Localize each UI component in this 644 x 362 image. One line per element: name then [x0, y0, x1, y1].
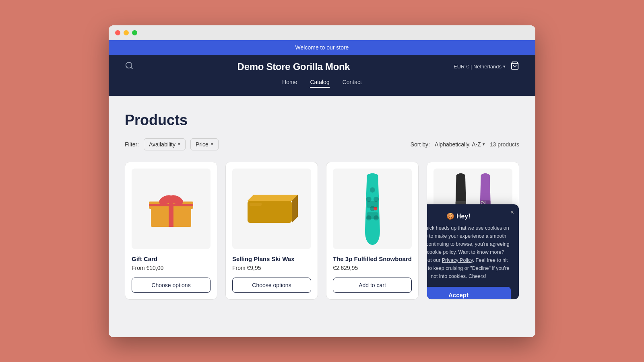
svg-point-14	[370, 187, 375, 193]
product-image-ski-wax	[232, 169, 311, 249]
cookie-close-button[interactable]: ×	[510, 209, 514, 216]
store-wrapper: Welcome to our store Demo Store Gorilla …	[109, 40, 535, 337]
browser-chrome	[109, 25, 535, 40]
announcement-bar: Welcome to our store	[109, 40, 535, 55]
currency-selector[interactable]: EUR € | Netherlands ▾	[454, 64, 506, 70]
product-card-gift-card: Gift Card From €10,00 Choose options	[125, 162, 217, 300]
chevron-icon: ▾	[178, 142, 180, 147]
currency-label: EUR € | Netherlands	[454, 64, 502, 70]
nav-contact[interactable]: Contact	[343, 79, 362, 88]
product-price-ski-wax: From €9,95	[232, 265, 311, 271]
sort-selector[interactable]: Alphabetically, A-Z ▾	[435, 141, 485, 148]
cookie-emoji: 🍪	[446, 213, 454, 220]
traffic-light-yellow[interactable]	[124, 30, 129, 35]
browser-window: Welcome to our store Demo Store Gorilla …	[109, 25, 535, 337]
chevron-down-icon: ▾	[483, 142, 485, 147]
svg-marker-11	[248, 195, 298, 201]
chevron-icon: ▾	[211, 142, 213, 147]
product-name-snowboard-3p: The 3p Fulfilled Snowboard	[333, 255, 412, 262]
price-filter[interactable]: Price ▾	[190, 138, 219, 150]
traffic-light-red[interactable]	[115, 30, 120, 35]
svg-point-9	[168, 197, 174, 204]
products-count: 13 products	[490, 141, 519, 148]
filter-label: Filter:	[125, 141, 139, 148]
nav-home[interactable]: Home	[282, 79, 297, 88]
svg-point-0	[126, 62, 132, 68]
header-top: Demo Store Gorilla Monk EUR € | Netherla…	[125, 61, 519, 72]
add-to-cart-snowboard-3p[interactable]: Add to cart	[333, 278, 412, 293]
cookie-hey-label: 🍪 Hey!	[427, 212, 511, 220]
product-name-ski-wax: Selling Plans Ski Wax	[232, 255, 311, 262]
svg-rect-21	[367, 201, 378, 208]
product-image-snowboard-3p	[333, 169, 412, 249]
svg-point-16	[374, 197, 379, 202]
product-card-snowboard-3p: The 3p Fulfilled Snowboard €2.629,95 Add…	[326, 162, 419, 300]
product-price-snowboard-3p: €2.629,95	[333, 265, 412, 271]
filter-bar: Filter: Availability ▾ Price ▾ Sort by: …	[125, 138, 519, 150]
svg-point-15	[366, 197, 371, 202]
privacy-policy-link[interactable]: Privacy Policy	[442, 257, 473, 263]
availability-filter[interactable]: Availability ▾	[144, 138, 186, 150]
cookie-text: Just a quick heads up that we use cookie…	[427, 224, 511, 280]
svg-rect-13	[250, 203, 262, 206]
cookie-popup: × 🍪 Hey! Just a quick heads up that we u…	[427, 204, 519, 300]
snowboard-image-3p	[359, 171, 386, 247]
store-nav: Home Catalog Contact	[125, 79, 519, 89]
search-icon[interactable]	[125, 61, 134, 72]
announcement-text: Welcome to our store	[295, 44, 349, 51]
cart-icon[interactable]	[510, 61, 519, 72]
nav-catalog[interactable]: Catalog	[310, 79, 329, 88]
filter-left: Filter: Availability ▾ Price ▾	[125, 138, 219, 150]
sort-value: Alphabetically, A-Z	[435, 141, 481, 148]
traffic-light-green[interactable]	[132, 30, 137, 35]
cookie-accept-button[interactable]: Accept	[427, 287, 511, 300]
chevron-down-icon: ▾	[503, 64, 506, 69]
filter-right: Sort by: Alphabetically, A-Z ▾ 13 produc…	[411, 141, 519, 148]
main-content: Products Filter: Availability ▾ Price ▾ …	[109, 96, 535, 337]
store-header: Demo Store Gorilla Monk EUR € | Netherla…	[109, 55, 535, 96]
page-title: Products	[125, 112, 519, 129]
product-grid: Gift Card From €10,00 Choose options	[125, 162, 519, 300]
header-right: EUR € | Netherlands ▾	[454, 61, 519, 72]
choose-options-ski-wax[interactable]: Choose options	[232, 278, 311, 293]
sort-label: Sort by:	[411, 141, 430, 148]
svg-rect-6	[149, 204, 193, 206]
store-title: Demo Store Gorilla Monk	[237, 61, 350, 72]
product-price-gift-card: From €10,00	[132, 265, 211, 271]
svg-line-1	[131, 67, 132, 69]
svg-rect-22	[367, 212, 378, 219]
product-card-snowboard-4: H2 × 🍪	[427, 162, 519, 300]
choose-options-gift-card[interactable]: Choose options	[132, 278, 211, 293]
product-name-gift-card: Gift Card	[132, 255, 211, 262]
product-card-ski-wax: Selling Plans Ski Wax From €9,95 Choose …	[225, 162, 318, 300]
product-image-gift-card	[132, 169, 211, 249]
